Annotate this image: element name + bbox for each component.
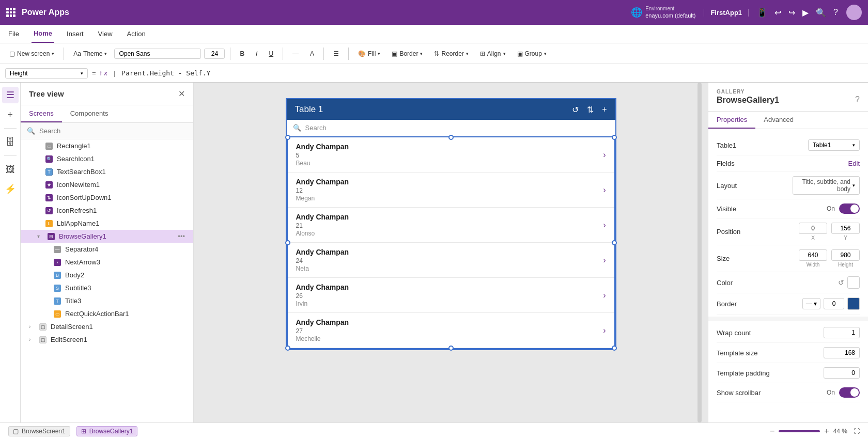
handle-top-center[interactable] xyxy=(448,135,454,140)
sort-app-icon[interactable]: ⇅ xyxy=(587,105,594,115)
breadcrumb-gallery[interactable]: ⊞ BrowseGallery1 xyxy=(76,426,138,436)
zoom-plus-button[interactable]: + xyxy=(824,427,829,436)
color-swatch[interactable] xyxy=(847,276,860,289)
handle-mid-right[interactable] xyxy=(612,240,617,245)
handle-bottom-center[interactable] xyxy=(448,346,454,351)
menu-insert[interactable]: Insert xyxy=(65,25,86,43)
panel-tab-properties[interactable]: Properties xyxy=(708,112,755,129)
redo-icon[interactable]: ↪ xyxy=(788,8,795,18)
tree-item-lblappname1[interactable]: L LblAppName1 xyxy=(21,217,193,230)
layout-dropdown[interactable]: Title, subtitle, and body ▾ xyxy=(793,176,860,195)
phone-icon[interactable]: 📱 xyxy=(757,8,767,18)
handle-top-left[interactable] xyxy=(285,135,290,140)
tree-item-rectangle1[interactable]: ▭ Rectangle1 xyxy=(21,139,193,152)
play-icon[interactable]: ▶ xyxy=(802,8,809,18)
visible-toggle[interactable] xyxy=(839,203,860,214)
breadcrumb-screen[interactable]: ▢ BrowseScreen1 xyxy=(8,426,70,436)
new-screen-button[interactable]: ▢ New screen ▾ xyxy=(5,49,58,59)
border-button[interactable]: ▣ Border ▾ xyxy=(388,49,427,59)
underline-button[interactable]: U xyxy=(265,49,277,59)
group-button[interactable]: ▣ Group ▾ xyxy=(513,49,551,59)
size-height-input[interactable] xyxy=(831,249,860,261)
show-scrollbar-toggle[interactable] xyxy=(839,387,860,398)
border-style-selector[interactable]: — ▾ xyxy=(802,298,820,309)
undo-icon[interactable]: ↩ xyxy=(774,8,781,18)
zoom-slider[interactable] xyxy=(779,430,820,432)
gallery-item-1[interactable]: Andy Champan 12 Megan › xyxy=(288,173,614,208)
italic-button[interactable]: I xyxy=(252,49,261,59)
tree-item-editscreen1[interactable]: › ▢ EditScreen1 xyxy=(21,333,193,346)
reorder-button[interactable]: ⇅ Reorder ▾ xyxy=(430,49,472,59)
strikethrough-button[interactable]: — xyxy=(288,49,303,59)
formula-input[interactable] xyxy=(121,69,863,77)
tab-components[interactable]: Components xyxy=(62,105,117,122)
border-color-swatch[interactable] xyxy=(847,297,860,310)
tree-view-icon[interactable]: ☰ xyxy=(2,87,19,103)
add-icon[interactable]: + xyxy=(2,106,19,123)
template-size-input[interactable] xyxy=(824,347,860,358)
fill-button[interactable]: 🎨 Fill ▾ xyxy=(354,49,384,59)
handle-bottom-left[interactable] xyxy=(285,346,290,351)
data-icon[interactable]: 🗄 xyxy=(2,134,19,150)
tree-item-browsegallery1[interactable]: ▾ ⊞ BrowseGallery1 ••• xyxy=(21,230,193,243)
tree-item-separator4[interactable]: — Separator4 xyxy=(21,243,193,256)
font-size[interactable] xyxy=(204,49,225,59)
size-width-input[interactable] xyxy=(799,249,827,261)
zoom-minus-button[interactable]: − xyxy=(770,427,774,436)
tree-item-iconrefresh1[interactable]: ↺ IconRefresh1 xyxy=(21,204,193,217)
bold-button[interactable]: B xyxy=(236,49,249,59)
align-pos-button[interactable]: ⊞ Align ▾ xyxy=(476,49,510,59)
data-source-dropdown[interactable]: Table1 ▾ xyxy=(808,139,860,151)
font-color-button[interactable]: A xyxy=(306,49,318,59)
position-x-input[interactable] xyxy=(799,223,827,234)
tab-screens[interactable]: Screens xyxy=(21,105,62,122)
help-icon[interactable]: ? xyxy=(833,8,838,17)
handle-mid-left[interactable] xyxy=(285,240,290,245)
align-button[interactable]: ☰ xyxy=(329,49,343,59)
fields-edit-link[interactable]: Edit xyxy=(848,160,860,167)
panel-tab-advanced[interactable]: Advanced xyxy=(755,112,802,129)
handle-top-right[interactable] xyxy=(612,135,617,140)
tree-item-searchicon1[interactable]: 🔍 SearchIcon1 xyxy=(21,152,193,165)
menu-action[interactable]: Action xyxy=(125,25,148,43)
media-icon[interactable]: 🖼 xyxy=(2,161,19,178)
connector-icon[interactable]: ⚡ xyxy=(2,181,19,197)
add-app-icon[interactable]: + xyxy=(602,105,607,115)
color-refresh-icon[interactable]: ↺ xyxy=(838,278,844,287)
border-width-input[interactable] xyxy=(824,298,844,309)
gallery-item-0[interactable]: Andy Champan 5 Beau › xyxy=(288,137,614,173)
menu-home[interactable]: Home xyxy=(32,25,54,43)
gallery-item-2[interactable]: Andy Champan 21 Alonso › xyxy=(288,208,614,243)
tree-item-iconnewitem1[interactable]: ★ IconNewItem1 xyxy=(21,178,193,191)
canvas-scrollbar[interactable] xyxy=(698,83,702,422)
menu-file[interactable]: File xyxy=(6,25,21,43)
gallery-item-5[interactable]: Andy Champan 27 Mechelle › xyxy=(288,313,614,348)
tree-close-button[interactable]: ✕ xyxy=(178,89,185,99)
theme-button[interactable]: Aa Theme ▾ xyxy=(69,49,111,59)
gallery-item-4[interactable]: Andy Champan 26 Irvin › xyxy=(288,278,614,313)
panel-help-icon[interactable]: ? xyxy=(855,95,860,104)
gallery-item-3[interactable]: Andy Champan 24 Neta › xyxy=(288,243,614,278)
refresh-app-icon[interactable]: ↺ xyxy=(572,105,579,115)
tree-item-textsearchbox1[interactable]: T TextSearchBox1 xyxy=(21,165,193,178)
font-selector[interactable] xyxy=(114,49,201,59)
position-y-input[interactable] xyxy=(831,223,860,234)
tree-item-subtitle3[interactable]: S Subtitle3 xyxy=(21,281,193,294)
fullscreen-button[interactable]: ⛶ xyxy=(854,428,860,435)
tree-item-title3[interactable]: T Title3 xyxy=(21,294,193,307)
tree-item-iconsortupdown1[interactable]: ⇅ IconSortUpDown1 xyxy=(21,191,193,204)
menu-view[interactable]: View xyxy=(96,25,115,43)
tree-more-button[interactable]: ••• xyxy=(178,232,185,240)
template-padding-input[interactable] xyxy=(824,367,860,379)
tree-item-detailscreen1[interactable]: › ▢ DetailScreen1 xyxy=(21,320,193,333)
tree-item-body2[interactable]: B Body2 xyxy=(21,269,193,281)
search-top-icon[interactable]: 🔍 xyxy=(816,8,826,18)
user-avatar[interactable] xyxy=(846,5,862,20)
tree-item-rectquickactionbar1[interactable]: ▭ RectQuickActionBar1 xyxy=(21,307,193,320)
tree-item-nextarrow3[interactable]: › NextArrow3 xyxy=(21,256,193,269)
property-selector[interactable]: Height ▾ xyxy=(5,68,88,79)
tree-search-input[interactable] xyxy=(39,127,187,135)
handle-bottom-right[interactable] xyxy=(612,346,617,351)
apps-icon[interactable] xyxy=(6,8,16,17)
wrap-count-input[interactable] xyxy=(824,327,860,338)
